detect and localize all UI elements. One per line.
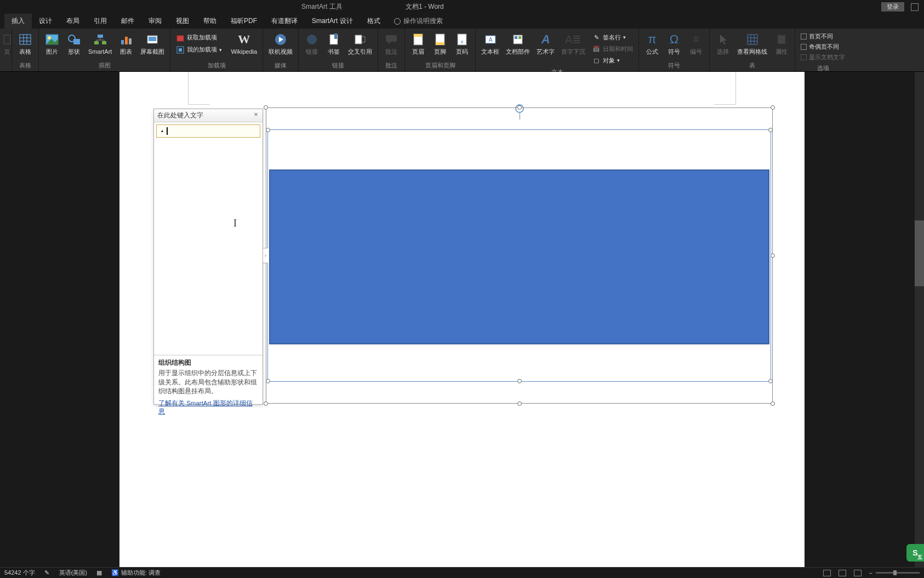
language-status[interactable]: 英语(美国)	[59, 569, 87, 577]
page-number-button[interactable]: # 页码	[452, 31, 472, 56]
signature-button[interactable]: ✎签名行 ▾	[590, 32, 635, 43]
zoom-out-icon[interactable]: −	[869, 570, 872, 576]
tab-design[interactable]: 设计	[32, 14, 59, 29]
svg-text:A: A	[488, 37, 492, 43]
bookmark-icon	[326, 32, 341, 47]
text-pane-body[interactable]: •	[154, 122, 263, 355]
sel-handle-br[interactable]	[771, 401, 775, 406]
cross-reference-button[interactable]: 交叉引用	[346, 31, 374, 56]
tab-format[interactable]: 格式	[360, 14, 387, 29]
inner-handle-tr[interactable]	[768, 128, 773, 132]
tab-view[interactable]: 视图	[169, 14, 196, 29]
number-icon: #	[688, 32, 704, 47]
page[interactable]: 在此处键入文字 × • I 组织结构图 用于显示组织中的分层信息或上下级关系。此…	[119, 72, 805, 567]
footer-link[interactable]: 了解有关 SmartArt 图形的详细信息	[158, 399, 258, 416]
print-layout-icon[interactable]	[839, 570, 846, 576]
read-mode-icon[interactable]	[823, 570, 831, 576]
tab-help[interactable]: 帮助	[196, 14, 224, 29]
wikipedia-icon: W	[236, 32, 252, 47]
bookmark-button[interactable]: 书签	[324, 31, 344, 56]
wordart-icon: A	[538, 32, 554, 47]
vertical-scrollbar[interactable]	[915, 72, 924, 567]
inner-handle-bl[interactable]	[266, 379, 270, 383]
sel-handle-bm[interactable]	[517, 401, 522, 406]
addins-icon	[176, 46, 185, 54]
text-box-button[interactable]: A 文本框	[479, 31, 501, 56]
inner-handle-tl[interactable]	[266, 128, 270, 132]
svg-point-7	[48, 36, 51, 39]
my-addins-button[interactable]: 我的加载项 ▾	[174, 44, 224, 55]
footer-title: 组织结构图	[158, 359, 258, 367]
text-pane-close-icon[interactable]: ×	[252, 111, 260, 119]
picture-button[interactable]: 图片	[42, 31, 62, 56]
grid-icon	[745, 32, 760, 47]
macro-icon[interactable]: ▦	[95, 569, 104, 577]
svg-rect-11	[98, 35, 103, 38]
quick-parts-button[interactable]: 文档部件	[504, 31, 532, 56]
group-label-media: 媒体	[263, 60, 298, 71]
smartart-shape-fill[interactable]	[269, 169, 769, 344]
sel-handle-bl[interactable]	[264, 401, 268, 406]
smartart-button[interactable]: SmartArt	[86, 31, 114, 56]
ime-badge[interactable]: S 五	[906, 544, 924, 562]
symbol-button[interactable]: Ω 符号	[664, 31, 684, 56]
wikipedia-button[interactable]: W Wikipedia	[229, 31, 259, 56]
sel-handle-mr[interactable]	[771, 253, 775, 258]
object-button[interactable]: ▢对象 ▾	[590, 55, 635, 66]
zoom-knob[interactable]	[893, 570, 897, 575]
footer-button[interactable]: 页脚	[430, 31, 450, 56]
group-label-comments: 批注	[378, 60, 404, 71]
tab-references[interactable]: 引用	[87, 14, 114, 29]
spell-check-icon[interactable]: ✎	[43, 569, 52, 577]
screenshot-icon	[145, 32, 160, 47]
web-layout-icon[interactable]	[854, 570, 862, 576]
sel-handle-tr[interactable]	[771, 105, 775, 110]
screenshot-button[interactable]: 屏幕截图	[138, 31, 167, 56]
accessibility-status[interactable]: ♿辅助功能: 调查	[111, 569, 161, 577]
char-count[interactable]: 54242 个字	[4, 569, 35, 577]
svg-rect-20	[129, 38, 132, 44]
quick-parts-icon	[510, 32, 526, 47]
svg-rect-25	[179, 48, 182, 52]
login-button[interactable]: 登录	[881, 2, 904, 12]
comment-button: 批注	[381, 31, 401, 56]
text-pane-collapse-tab[interactable]: ›	[263, 248, 268, 263]
equation-button[interactable]: π 公式	[642, 31, 662, 56]
tab-insert[interactable]: 插入	[4, 14, 32, 29]
inner-handle-bm[interactable]	[517, 379, 522, 383]
smartart-icon	[93, 32, 108, 47]
calendar-icon: 📅	[592, 44, 601, 53]
scrollbar-thumb[interactable]	[915, 220, 924, 286]
get-addins-button[interactable]: 获取加载项	[174, 32, 224, 43]
tab-smartart-design[interactable]: SmartArt 设计	[305, 14, 360, 29]
ribbon-tabs: 插入 设计 布局 引用 邮件 审阅 视图 帮助 福昕PDF 有道翻译 Smart…	[0, 14, 924, 29]
text-pane-header[interactable]: 在此处键入文字 ×	[154, 109, 263, 122]
svg-rect-43	[515, 36, 517, 39]
shapes-button[interactable]: 形状	[64, 31, 84, 56]
sel-handle-tl[interactable]	[264, 105, 268, 110]
zoom-control[interactable]: −	[869, 570, 920, 576]
header-button[interactable]: 页眉	[408, 31, 428, 56]
table-button[interactable]: 表格	[15, 31, 35, 56]
text-pane-input-row[interactable]: •	[156, 124, 260, 138]
smartart-object[interactable]: ›	[266, 107, 773, 404]
tab-mailings[interactable]: 邮件	[114, 14, 141, 29]
inner-handle-br[interactable]	[768, 379, 773, 383]
tell-me-search[interactable]: 操作说明搜索	[387, 14, 449, 29]
tab-foxit[interactable]: 福昕PDF	[224, 14, 264, 29]
odd-even-different-checkbox[interactable]: 奇偶页不同	[798, 42, 841, 52]
first-page-different-checkbox[interactable]: 首页不同	[798, 32, 835, 41]
zoom-slider[interactable]	[876, 572, 920, 574]
cross-ref-icon	[352, 32, 368, 47]
tab-layout[interactable]: 布局	[59, 14, 87, 29]
gridlines-button[interactable]: 查看网格线	[735, 31, 769, 56]
online-video-button[interactable]: 联机视频	[266, 31, 295, 56]
tab-youdao[interactable]: 有道翻译	[264, 14, 305, 29]
sel-handle-tm[interactable]	[517, 105, 522, 110]
ribbon-display-icon[interactable]	[911, 3, 919, 11]
tab-review[interactable]: 审阅	[141, 14, 169, 29]
svg-rect-13	[102, 41, 106, 44]
text-pane-footer: 组织结构图 用于显示组织中的分层信息或上下级关系。此布局包含辅助形状和组织结构图…	[154, 355, 263, 419]
wordart-button[interactable]: A 艺术字	[534, 31, 557, 56]
chart-button[interactable]: 图表	[116, 31, 136, 56]
